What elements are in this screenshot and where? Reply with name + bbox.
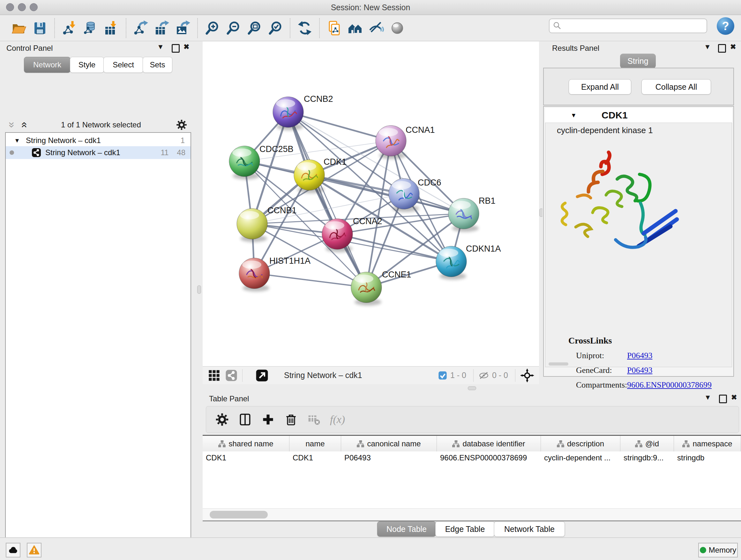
column-header-id[interactable]: @id — [620, 436, 674, 451]
zoom-fit-button[interactable] — [244, 17, 265, 39]
scrollbar-thumb[interactable] — [210, 511, 268, 518]
open-file-button[interactable] — [8, 17, 29, 39]
network-node-ccna2[interactable] — [322, 219, 353, 252]
cell-id[interactable]: stringdb:9... — [620, 453, 674, 462]
reposition-crosshair-icon[interactable] — [520, 368, 535, 383]
crosslink-row-genecard: GeneCard:P06493 — [545, 363, 732, 378]
column-header-shared-name[interactable]: shared name — [203, 436, 289, 451]
cell-canonical-name[interactable]: P06493 — [341, 453, 437, 462]
column-header-description[interactable]: description — [541, 436, 620, 451]
expand-all-button[interactable]: Expand All — [569, 79, 631, 95]
search-box[interactable] — [549, 18, 707, 33]
tab-edge-table[interactable]: Edge Table — [435, 521, 495, 537]
import-database-button[interactable] — [80, 17, 101, 39]
collapse-panel-icon[interactable]: ▼ — [704, 44, 711, 51]
search-input[interactable] — [562, 19, 706, 32]
cell-shared-name[interactable]: CDK1 — [203, 453, 289, 462]
network-node-cdc25b[interactable] — [229, 146, 260, 179]
zoom-selected-button[interactable] — [265, 17, 286, 39]
network-row-selected[interactable]: String Network – cdk1 11 48 — [6, 146, 191, 159]
close-panel-icon[interactable]: ✖ — [730, 44, 736, 51]
show-columns-icon[interactable] — [238, 413, 252, 427]
collapse-all-networks-icon[interactable]: » — [9, 122, 16, 128]
tab-sets[interactable]: Sets — [143, 57, 172, 73]
network-node-ccne1[interactable] — [351, 272, 382, 306]
export-table-button[interactable] — [151, 17, 172, 39]
export-network-button[interactable] — [130, 17, 151, 39]
table-options-gear-icon[interactable] — [215, 413, 229, 427]
add-column-icon[interactable] — [261, 413, 275, 427]
memory-button[interactable]: Memory — [698, 543, 738, 557]
expand-all-networks-icon[interactable]: » — [20, 122, 26, 128]
birdseye-view-icon[interactable] — [255, 369, 269, 382]
cloud-status-button[interactable] — [6, 543, 20, 557]
tab-select[interactable]: Select — [104, 57, 143, 73]
network-node-ccnb1[interactable] — [237, 208, 267, 242]
copy-network-icon — [327, 20, 342, 36]
hide-selected-icon — [368, 20, 384, 36]
column-header-canonical-name[interactable]: canonical name — [341, 436, 437, 451]
copy-network-button[interactable] — [324, 17, 345, 39]
cdk1-section-header[interactable]: ▾ CDK1 — [545, 108, 732, 123]
collapse-panel-icon[interactable]: ▼ — [157, 44, 164, 51]
delete-column-icon[interactable] — [284, 413, 298, 427]
control-panel-title: Control Panel — [6, 44, 53, 53]
network-node-cdc6[interactable] — [389, 179, 419, 212]
show-graphics-button[interactable] — [387, 17, 408, 39]
cell-name[interactable]: CDK1 — [289, 453, 341, 462]
network-node-cdk1[interactable] — [294, 160, 325, 193]
close-panel-icon[interactable]: ✖ — [184, 44, 189, 51]
network-grid-view-icon[interactable] — [208, 369, 220, 382]
first-neighbors-button[interactable] — [345, 17, 366, 39]
cell-description[interactable]: cyclin-dependent ... — [541, 453, 620, 462]
network-node-ccna1[interactable] — [376, 125, 406, 159]
zoom-window-button[interactable] — [30, 3, 38, 11]
tree-expand-icon[interactable]: ▾ — [15, 136, 19, 145]
collapse-all-button[interactable]: Collapse All — [642, 79, 711, 95]
hide-selected-button[interactable] — [366, 17, 387, 39]
collapse-panel-icon[interactable]: ▼ — [704, 394, 711, 401]
network-node-rb1[interactable] — [448, 198, 479, 232]
float-panel-icon[interactable] — [172, 44, 180, 53]
crosslink-link[interactable]: 9606.ENSP00000378699 — [627, 380, 712, 390]
network-node-cdkn1a[interactable] — [436, 246, 467, 280]
selected-checkbox-icon[interactable] — [437, 370, 448, 381]
network-options-gear-icon[interactable] — [176, 119, 187, 131]
crosslink-link[interactable]: P06493 — [627, 366, 652, 375]
close-panel-icon[interactable]: ✖ — [731, 394, 737, 401]
column-header-name[interactable]: name — [289, 436, 341, 451]
tab-network[interactable]: Network — [24, 57, 71, 73]
crosslink-link[interactable]: P06493 — [627, 351, 652, 361]
import-table-button[interactable] — [101, 17, 122, 39]
cell-namespace[interactable]: stringdb — [674, 453, 741, 462]
save-session-button[interactable] — [29, 17, 51, 39]
table-row[interactable]: CDK1CDK1P064939606.ENSP00000378699cyclin… — [203, 451, 741, 464]
left-splitter-handle[interactable] — [197, 286, 201, 294]
column-header-database-identifier[interactable]: database identifier — [437, 436, 541, 451]
tab-network-table[interactable]: Network Table — [494, 521, 565, 537]
minimize-window-button[interactable] — [18, 3, 26, 11]
string-network-icon[interactable] — [225, 369, 238, 382]
close-window-button[interactable] — [6, 3, 14, 11]
tab-string[interactable]: String — [620, 54, 656, 68]
tab-style[interactable]: Style — [70, 57, 104, 73]
horizontal-splitter-handle[interactable] — [468, 386, 476, 390]
zoom-in-button[interactable] — [202, 17, 223, 39]
zoom-out-button[interactable] — [223, 17, 244, 39]
column-header-namespace[interactable]: namespace — [674, 436, 741, 451]
float-panel-icon[interactable] — [718, 44, 726, 53]
tab-node-table[interactable]: Node Table — [377, 521, 436, 537]
network-view-canvas[interactable]: CCNB2CCNA1CDC25BCDK1CDC6RB1CCNB1CCNA2CDK… — [203, 42, 539, 366]
network-collection-row[interactable]: ▾ String Network – cdk1 1 — [6, 135, 191, 146]
import-network-button[interactable] — [59, 17, 80, 39]
refresh-button[interactable] — [294, 17, 315, 39]
network-node-hist1h1a[interactable] — [239, 258, 270, 292]
section-collapse-icon[interactable]: ▾ — [572, 111, 576, 119]
horizontal-scrollbar[interactable] — [203, 508, 741, 521]
warnings-button[interactable] — [27, 543, 42, 557]
help-button[interactable]: ? — [717, 17, 734, 35]
mini-scrollbar[interactable] — [549, 362, 568, 366]
float-panel-icon[interactable] — [719, 395, 727, 403]
export-image-button[interactable] — [172, 17, 193, 39]
cell-database-identifier[interactable]: 9606.ENSP00000378699 — [437, 453, 541, 462]
